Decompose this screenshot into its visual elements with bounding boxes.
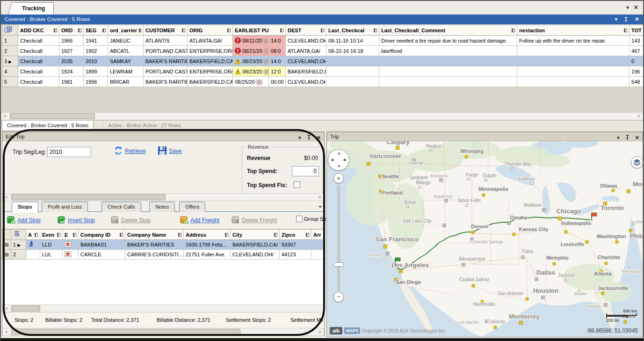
scroll-left-icon[interactable]: ‹ <box>1 113 9 120</box>
stops-column-header-even[interactable]: Even <box>40 230 63 240</box>
scroll-left-icon[interactable]: ‹ <box>3 328 10 335</box>
cell-orig[interactable]: ATLANTA,GA/ <box>188 36 233 46</box>
cell-seg[interactable]: 2010 <box>84 56 108 66</box>
stop-expand-cell[interactable]: ⊞ <box>3 240 11 250</box>
cell-company-name[interactable]: CARRIE'S CURIOSITI... <box>125 250 184 260</box>
column-pin-icon[interactable] <box>225 233 228 237</box>
cell-ord[interactable]: 1966 <box>59 36 84 46</box>
cell-last-checkcall[interactable]: 08-11-16 10:14 <box>326 36 379 46</box>
column-pin-icon[interactable] <box>73 233 76 237</box>
column-header-ord[interactable]: ORD <box>59 25 84 36</box>
cell-last-checkcall[interactable]: 08-22-16 16:18 <box>326 46 379 56</box>
cell-carrier[interactable]: SAMKAY <box>108 56 144 66</box>
edit-trip-close-icon[interactable]: ✕ <box>317 133 321 142</box>
column-pin-icon[interactable] <box>102 29 106 32</box>
column-header-nextaction[interactable]: nextaction <box>517 25 630 36</box>
cell-customer[interactable]: PORTLAND CAST <box>144 46 188 56</box>
scroll-right-icon[interactable]: › <box>316 328 324 335</box>
cell-nextaction[interactable] <box>517 66 630 77</box>
column-pin-icon[interactable] <box>120 233 123 237</box>
cell-orig[interactable]: ENTERPRISE,OR/ <box>188 46 233 56</box>
row-header[interactable]: 5 <box>2 77 18 87</box>
cell-checkcall-comment[interactable] <box>379 77 517 87</box>
table-row[interactable]: 3▶Checkcall20352010SAMKAYBAKER'S RARITIE… <box>2 56 644 66</box>
cell-even[interactable]: LUL <box>40 250 63 260</box>
save-icon[interactable] <box>158 146 167 155</box>
cell-company-id[interactable]: CARCLE <box>79 250 125 260</box>
cell-carrier[interactable]: ABCATL <box>108 46 144 56</box>
cell-carrier[interactable]: BRICAR <box>108 77 144 87</box>
column-pin-icon[interactable] <box>139 29 141 32</box>
tab-stops[interactable]: Stops <box>12 202 38 212</box>
map-collapse-icon[interactable]: ▾ <box>617 133 620 142</box>
retrieve-icon[interactable] <box>114 146 123 155</box>
cell-earliest-pu-date[interactable]: 08/23/20 <box>233 66 269 77</box>
stop-expand-cell[interactable]: ⊞ <box>3 250 11 260</box>
cell-earliest-pu-time[interactable]: 14:0 <box>269 56 286 66</box>
column-pin-icon[interactable] <box>512 29 515 32</box>
row-header[interactable]: 1 <box>2 36 18 46</box>
zoom-out-button[interactable]: − <box>333 292 344 302</box>
cell-tot[interactable]: 196 <box>630 66 643 77</box>
column-header-customer[interactable]: CUSTOMER <box>144 25 188 36</box>
column-pin-icon[interactable] <box>274 233 277 237</box>
scroll-thumb[interactable] <box>11 305 40 312</box>
cell-last-checkcall[interactable] <box>326 66 379 77</box>
cell-checkcall-comment[interactable]: late/flood <box>379 46 517 56</box>
cell-ord[interactable]: 1981 <box>59 77 84 87</box>
cell-a[interactable] <box>26 250 40 260</box>
row-header[interactable]: 3▶ <box>2 56 18 66</box>
map-canvas[interactable]: CalgaryReginaWinnipegVancouverFernieThun… <box>327 141 643 337</box>
stops-column-header-company-id[interactable]: Company ID <box>79 230 125 240</box>
stops-column-header-city[interactable]: City <box>231 230 280 240</box>
zoom-in-button[interactable]: + <box>333 173 344 183</box>
pan-right-icon[interactable]: ▶ <box>344 158 347 162</box>
cell-customer[interactable]: BAKER'S RARITIE <box>144 77 188 87</box>
tab-check-calls[interactable]: Check Calls <box>101 202 141 212</box>
cell-zipco[interactable]: 44123 <box>280 250 311 260</box>
expand-icon[interactable]: ⊞ <box>5 242 8 247</box>
status-tab-active[interactable]: Active - Broker Active : 27 Rows <box>103 121 186 131</box>
scroll-thumb[interactable] <box>10 113 95 119</box>
cell-add-ckc[interactable]: Checkcall <box>18 36 59 46</box>
column-pin-icon[interactable] <box>374 29 377 32</box>
cell-earliest-pu-time[interactable]: 00:00 <box>269 77 286 87</box>
grid-collapse-icon[interactable]: ▾ <box>615 15 618 24</box>
cell-checkcall-comment[interactable]: Driver needed a tire repair due to road … <box>379 36 517 46</box>
column-pin-icon[interactable] <box>178 233 181 237</box>
cell-a[interactable] <box>26 240 40 250</box>
cell-last-checkcall[interactable] <box>326 56 379 66</box>
cell-orig[interactable]: ENTERPRISE,OR/ <box>188 66 233 77</box>
grid-pin-icon[interactable] <box>624 17 628 22</box>
cell-arr[interactable] <box>311 240 325 250</box>
cell-nextaction[interactable]: Follow up with the driver on tire repair… <box>517 36 630 46</box>
cell-earliest-pu-date[interactable]: 08/25/20 <box>233 77 269 87</box>
stops-column-header-arr[interactable]: Arr <box>311 230 325 240</box>
group-stop-checkbox[interactable] <box>296 216 303 222</box>
expand-icon[interactable]: ⊞ <box>5 252 8 257</box>
cell-nextaction[interactable] <box>517 46 630 56</box>
tab-strip-dropdown-icon[interactable]: ▾ <box>626 4 629 11</box>
column-header-earliest-pu[interactable]: EARLIEST PU <box>233 25 286 36</box>
stops-column-header-company-name[interactable]: Company Name <box>125 230 184 240</box>
tab-strip-close-icon[interactable]: ✕ <box>634 4 638 11</box>
stops-column-header-zipco[interactable]: Zipco <box>280 230 311 240</box>
cell-earliest-pu-time[interactable]: 08:0 <box>269 46 286 56</box>
zoom-slider-track[interactable] <box>338 186 340 290</box>
cell-ord[interactable]: 1927 <box>59 46 84 56</box>
cell-add-ckc[interactable]: Checkcall <box>18 46 59 56</box>
grid-close-icon[interactable]: ✕ <box>635 15 639 24</box>
cell-add-ckc[interactable]: Checkcall <box>18 56 59 66</box>
cell-customer[interactable]: PORTLAND CAST <box>144 66 188 77</box>
cell-checkcall-comment[interactable] <box>379 66 517 77</box>
table-row[interactable]: 5Checkcall19811956BRICARBAKER'S RARITIEB… <box>2 77 644 87</box>
stops-sort-cell[interactable] <box>11 230 26 240</box>
cell-orig[interactable]: BAKERSFIELD,CA <box>188 56 233 66</box>
row-header[interactable]: 2 <box>2 46 18 56</box>
main-grid-hscrollbar[interactable]: ‹ › <box>1 112 643 120</box>
table-row[interactable]: 2Checkcall19271902ABCATLPORTLAND CASTENT… <box>2 46 644 56</box>
save-link[interactable]: Save <box>169 148 181 154</box>
add-freight-link[interactable]: Add Freight <box>190 217 219 224</box>
cell-dest[interactable]: CLEVELAND,OH/ <box>286 36 326 46</box>
pan-left-icon[interactable]: ◀ <box>331 158 333 162</box>
